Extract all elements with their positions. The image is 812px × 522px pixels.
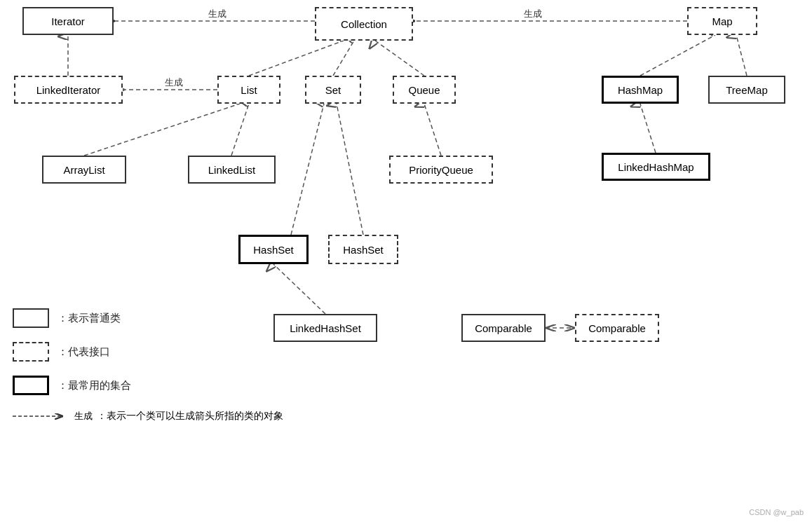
legend: ：表示普通类 ：代表接口 ：最常用的集合 生成 ：表示一个类可以生成箭头所指的类…	[13, 308, 283, 423]
legend-label-dashed: ：代表接口	[57, 345, 110, 359]
legend-bold: ：最常用的集合	[13, 376, 283, 395]
node-Set: Set	[305, 76, 361, 104]
legend-arrow-label: 生成	[74, 410, 93, 423]
label-iter-collection: 生成	[208, 8, 226, 19]
diagram: 生成 生成 生成	[0, 0, 812, 522]
label-li-gen: 生成	[165, 77, 183, 88]
node-TreeMap: TreeMap	[708, 76, 785, 104]
legend-label-bold: ：最常用的集合	[57, 379, 131, 392]
node-Map: Map	[687, 7, 757, 35]
legend-arrow-row: 生成 ：表示一个类可以生成箭头所指的类的对象	[13, 409, 283, 423]
svg-line-8	[736, 35, 747, 76]
node-TreeSet: HashSet	[328, 235, 398, 264]
legend-arrow-desc: ：表示一个类可以生成箭头所指的类的对象	[97, 410, 283, 423]
node-HashMap: HashMap	[602, 76, 679, 104]
legend-label-solid: ：表示普通类	[57, 312, 121, 325]
node-ArrayList: ArrayList	[42, 156, 126, 184]
label-map-collection: 生成	[524, 8, 542, 19]
node-LinkedList: LinkedList	[188, 156, 276, 184]
svg-line-4	[249, 41, 344, 76]
node-Queue: Queue	[393, 76, 456, 104]
node-PriorityQueue: PriorityQueue	[389, 156, 493, 184]
node-LinkedHashMap: LinkedHashMap	[602, 153, 710, 181]
svg-line-11	[231, 104, 249, 156]
svg-line-7	[640, 35, 715, 76]
node-List: List	[217, 76, 280, 104]
svg-line-10	[84, 104, 240, 156]
node-Comparable2: Comparable	[575, 314, 659, 342]
node-Collection: Collection	[315, 7, 413, 41]
node-LinkedHashSet: LinkedHashSet	[273, 314, 377, 342]
legend-box-solid	[13, 308, 49, 328]
legend-arrow-svg	[13, 409, 69, 423]
node-HashSet: HashSet	[238, 235, 309, 264]
legend-box-bold	[13, 376, 49, 395]
svg-line-5	[333, 41, 354, 76]
node-Iterator: Iterator	[22, 7, 114, 35]
node-Comparable1: Comparable	[461, 314, 546, 342]
legend-box-dashed	[13, 342, 49, 362]
svg-line-9	[640, 104, 656, 153]
legend-solid: ：表示普通类	[13, 308, 283, 328]
node-LinkedIterator: LinkedIterator	[14, 76, 123, 104]
watermark: CSDN @w_pab	[749, 508, 804, 516]
svg-line-15	[273, 264, 325, 314]
svg-line-14	[337, 104, 363, 235]
svg-line-6	[375, 41, 424, 76]
svg-line-13	[291, 104, 324, 235]
svg-line-12	[424, 104, 441, 156]
legend-dashed: ：代表接口	[13, 342, 283, 362]
